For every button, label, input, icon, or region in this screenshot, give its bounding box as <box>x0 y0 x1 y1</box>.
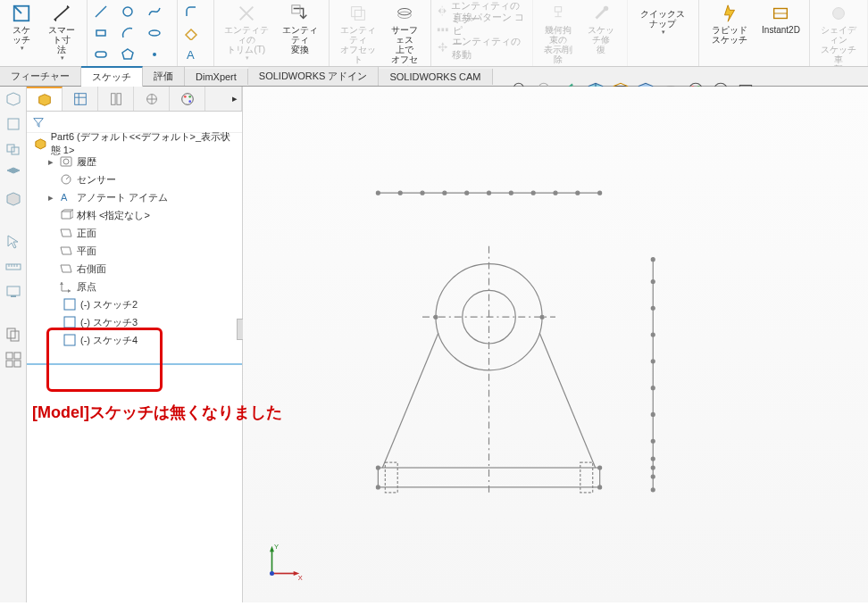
tree-annotations[interactable]: ▸ A アノテート アイテム <box>30 188 238 206</box>
offset-entities-button[interactable]: エンティティ オフセット <box>333 2 383 67</box>
sketch-icon <box>12 4 31 23</box>
quick-snap-button[interactable]: クイックスナップ <box>631 2 696 37</box>
sketch-geometry <box>243 87 868 602</box>
leftbar-display-icon[interactable] <box>4 283 22 301</box>
repair-icon <box>591 4 611 23</box>
tree-sketch2[interactable]: (-) スケッチ2 <box>30 295 238 313</box>
slot-tool-icon[interactable] <box>93 46 109 62</box>
tab-sketch[interactable]: スケッチ <box>81 66 143 87</box>
trim-button[interactable]: エンティティの トリム(T) <box>218 2 275 63</box>
ribbon-group-rapid: ラピッドスケッチ Instant2D <box>699 0 810 66</box>
smart-dimension-button[interactable]: スマート寸 法 <box>40 2 83 63</box>
tree-front-plane[interactable]: 正面 <box>30 224 238 242</box>
tree-annotations-label: アノテート アイテム <box>77 191 168 204</box>
svg-rect-38 <box>11 295 16 297</box>
svg-rect-45 <box>74 93 86 104</box>
panel-tab-overflow[interactable]: ▸ <box>205 87 242 111</box>
repair-sketch-button[interactable]: スケッチ修 復 <box>580 2 622 67</box>
trim-label: エンティティの トリム(T) <box>223 25 270 54</box>
graphics-viewport[interactable]: Y X <box>243 87 868 602</box>
relations-icon <box>548 4 568 23</box>
leftbar-measure-icon[interactable] <box>4 258 22 276</box>
text-tool-icon[interactable]: A <box>183 46 199 62</box>
svg-rect-37 <box>7 286 20 295</box>
leftbar-icon-5[interactable] <box>4 190 22 208</box>
tab-dimxpert[interactable]: DimXpert <box>185 69 248 85</box>
fillet-tool-icon[interactable] <box>183 4 199 20</box>
plane-tool-icon[interactable] <box>183 25 199 41</box>
panel-tab-appearance[interactable] <box>170 87 205 111</box>
tree-sensors[interactable]: センサー <box>30 170 238 188</box>
tab-sw-cam[interactable]: SOLIDWORKS CAM <box>379 69 492 85</box>
convert-entities-button[interactable]: エンティティ 変換 <box>275 2 325 63</box>
tree-origin[interactable]: 原点 <box>30 278 238 295</box>
svg-point-51 <box>188 95 191 97</box>
svg-rect-34 <box>7 145 14 152</box>
svg-rect-46 <box>111 93 115 104</box>
leftbar-assembly-icon[interactable] <box>4 351 22 369</box>
expand-icon[interactable]: ▸ <box>48 156 59 168</box>
sketch-button[interactable]: スケッチ <box>4 2 40 63</box>
plane-icon <box>59 261 73 276</box>
panel-tab-feature-tree[interactable] <box>27 87 63 111</box>
tree-top-plane[interactable]: 平面 <box>30 242 238 260</box>
filter-icon <box>32 116 45 129</box>
tab-sw-addin[interactable]: SOLIDWORKS アドイン <box>248 67 380 86</box>
svg-point-92 <box>651 475 655 478</box>
quick-snap-icon <box>653 4 672 7</box>
panel-tab-config[interactable] <box>98 87 134 111</box>
leftbar-copy-icon[interactable] <box>4 326 22 344</box>
panel-tab-property[interactable] <box>63 87 98 111</box>
ribbon-group-tools2: A <box>178 0 214 66</box>
instant2d-button[interactable]: Instant2D <box>756 2 805 46</box>
arc-tool-icon[interactable] <box>120 25 136 41</box>
convert-entities-icon <box>290 4 310 23</box>
line-tool-icon[interactable] <box>93 4 109 20</box>
display-relations-button[interactable]: 幾何拘束の 表示/削除 <box>537 2 580 67</box>
svg-point-69 <box>554 191 557 195</box>
expand-icon[interactable]: ▸ <box>48 192 59 203</box>
leftbar-icon-3[interactable] <box>4 140 22 158</box>
leftbar-selection-icon[interactable] <box>4 233 22 251</box>
svg-point-17 <box>604 6 609 12</box>
svg-rect-42 <box>14 353 21 359</box>
smart-dimension-icon <box>52 4 71 23</box>
surface-offset-button[interactable]: サーフェス 上で オフセット <box>383 2 427 67</box>
point-tool-icon[interactable] <box>146 46 163 62</box>
mirror-icon <box>437 5 447 20</box>
svg-rect-2 <box>96 30 105 36</box>
display-relations-label: 幾何拘束の 表示/削除 <box>542 25 574 64</box>
tree-right-plane[interactable]: 右側面 <box>30 260 238 278</box>
polygon-tool-icon[interactable] <box>120 46 136 62</box>
spline-tool-icon[interactable] <box>146 4 163 20</box>
material-icon <box>59 208 73 222</box>
tree-material[interactable]: 材料 <指定なし> <box>30 206 238 224</box>
panel-tab-dimxpert[interactable] <box>134 87 170 111</box>
tab-feature[interactable]: フィーチャー <box>0 67 81 86</box>
svg-rect-36 <box>6 264 21 270</box>
svg-point-52 <box>188 100 191 103</box>
svg-point-71 <box>598 191 602 195</box>
svg-rect-58 <box>64 317 75 328</box>
tab-evaluate[interactable]: 評価 <box>143 67 185 86</box>
svg-point-98 <box>376 486 380 489</box>
leftbar-icon-4[interactable] <box>4 165 22 183</box>
ribbon-group-pattern: エンティティのミラー 直線パターン コピ ー エンティティの移動 <box>431 0 533 66</box>
quick-snap-label: クイックスナップ <box>637 9 690 29</box>
tree-root[interactable]: Part6 (デフォルト<<デフォルト>_表示状態 1> <box>30 135 238 153</box>
move-entities-icon <box>437 41 449 55</box>
ellipse-tool-icon[interactable] <box>146 25 163 41</box>
rectangle-tool-icon[interactable] <box>93 25 109 41</box>
leftbar-icon-2[interactable] <box>4 115 22 133</box>
rapid-sketch-button[interactable]: ラピッドスケッチ <box>703 2 756 46</box>
tree-right-label: 右側面 <box>77 262 106 276</box>
tree-root-label: Part6 (デフォルト<<デフォルト>_表示状態 1> <box>51 130 238 157</box>
svg-point-67 <box>509 191 513 195</box>
convert-entities-label: エンティティ 変換 <box>280 25 320 54</box>
shaded-sketch-button[interactable]: シェイディン スケッチ車 郭 <box>814 2 864 67</box>
circle-tool-icon[interactable] <box>120 4 136 20</box>
move-entities-button[interactable]: エンティティの移動 <box>437 39 527 57</box>
leftbar-icon-1[interactable] <box>4 90 22 108</box>
sketch-node-icon <box>63 297 77 311</box>
svg-point-61 <box>376 191 380 195</box>
